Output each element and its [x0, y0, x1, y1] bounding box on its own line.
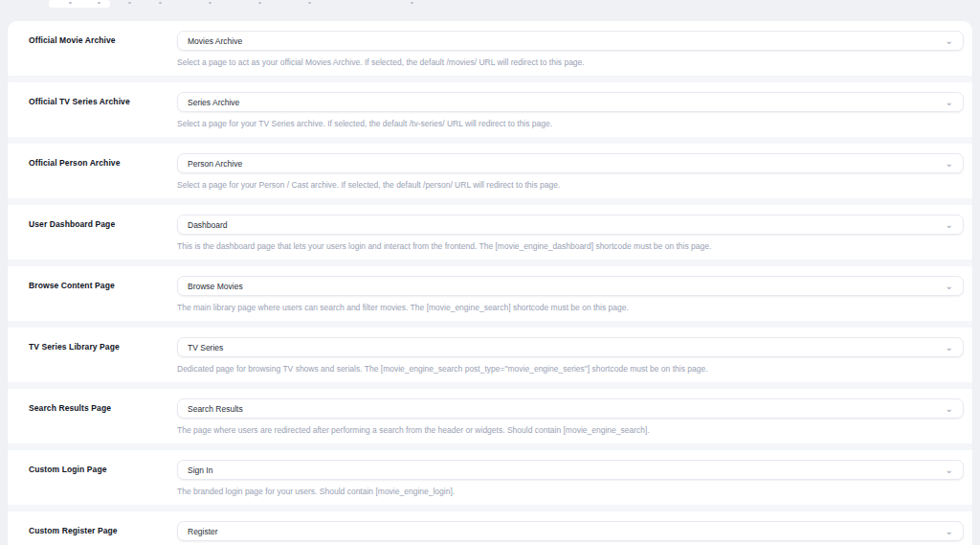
page-select[interactable]: Dashboard ⌄ [177, 215, 964, 235]
tab-label-fragment[interactable] [159, 2, 162, 4]
settings-row: User Dashboard Page Dashboard ⌄ This is … [8, 205, 972, 266]
tab-strip [0, 0, 980, 8]
tab-label-fragment[interactable] [69, 2, 72, 4]
chevron-down-icon: ⌄ [946, 525, 953, 538]
setting-description: Select a page for your TV Series archive… [177, 119, 552, 128]
select-value: Register [188, 522, 218, 541]
settings-row: Browse Content Page Browse Movies ⌄ The … [8, 266, 972, 328]
select-value: Search Results [188, 399, 243, 419]
page-select[interactable]: Register ⌄ [177, 521, 964, 541]
chevron-down-icon: ⌄ [946, 464, 953, 477]
tab-label-fragment[interactable] [209, 2, 212, 4]
page-select[interactable]: Person Archive ⌄ [177, 153, 964, 173]
chevron-down-icon: ⌄ [946, 157, 953, 170]
setting-description: Select a page for your Person / Cast arc… [177, 180, 560, 190]
chevron-down-icon: ⌄ [946, 280, 953, 293]
settings-card: Official Movie Archive Movies Archive ⌄ … [8, 21, 972, 545]
setting-description: Dedicated page for browsing TV shows and… [177, 364, 708, 374]
setting-description: The page where users are redirected afte… [177, 425, 650, 435]
settings-row-inner: TV Series Library Page TV Series ⌄ Dedic… [8, 328, 972, 382]
tab-label-fragment[interactable] [98, 2, 100, 4]
settings-row-inner: Official Person Archive Person Archive ⌄… [8, 144, 972, 198]
select-value: Browse Movies [188, 277, 243, 296]
settings-row-inner: Official TV Series Archive Series Archiv… [8, 82, 972, 137]
chevron-down-icon: ⌄ [946, 341, 953, 354]
tab-label-fragment[interactable] [258, 2, 261, 4]
setting-label: User Dashboard Page [29, 219, 115, 229]
chevron-down-icon: ⌄ [946, 218, 953, 232]
setting-label: Official TV Series Archive [29, 97, 130, 106]
settings-row: Custom Login Page Sign In ⌄ The branded … [8, 450, 972, 511]
tab-label-fragment[interactable] [308, 2, 311, 4]
settings-row: Custom Register Page Register ⌄ [8, 511, 972, 545]
select-value: Dashboard [188, 216, 228, 235]
settings-row: Official Person Archive Person Archive ⌄… [8, 144, 972, 205]
select-value: Person Archive [188, 154, 242, 173]
setting-label: Search Results Page [29, 403, 111, 413]
tab-label-fragment[interactable] [128, 2, 131, 4]
page-select[interactable]: Movies Archive ⌄ [177, 31, 964, 51]
page-select[interactable]: Browse Movies ⌄ [177, 276, 964, 296]
page-select[interactable]: TV Series ⌄ [177, 337, 964, 357]
settings-row-inner: Custom Register Page Register ⌄ [8, 511, 972, 545]
settings-row-inner: Official Movie Archive Movies Archive ⌄ … [8, 21, 972, 76]
setting-description: The branded login page for your users. S… [177, 487, 455, 496]
setting-label: Official Person Archive [29, 158, 121, 168]
settings-row: TV Series Library Page TV Series ⌄ Dedic… [8, 328, 972, 389]
setting-label: TV Series Library Page [29, 342, 120, 352]
select-value: Series Archive [188, 93, 239, 112]
settings-row-inner: Browse Content Page Browse Movies ⌄ The … [8, 266, 972, 321]
page-select[interactable]: Search Results ⌄ [177, 398, 964, 419]
active-tab[interactable] [49, 0, 110, 8]
chevron-down-icon: ⌄ [946, 96, 953, 109]
page-select[interactable]: Series Archive ⌄ [177, 92, 964, 112]
settings-row: Official TV Series Archive Series Archiv… [8, 82, 972, 144]
settings-row-inner: Search Results Page Search Results ⌄ The… [8, 389, 972, 443]
setting-description: Select a page to act as your official Mo… [177, 57, 585, 67]
setting-description: The main library page where users can se… [177, 303, 629, 312]
settings-row-inner: User Dashboard Page Dashboard ⌄ This is … [8, 205, 972, 260]
select-value: Sign In [188, 461, 212, 480]
setting-label: Custom Register Page [29, 526, 118, 535]
settings-row: Official Movie Archive Movies Archive ⌄ … [8, 21, 972, 82]
settings-row-inner: Custom Login Page Sign In ⌄ The branded … [8, 450, 972, 505]
select-value: Movies Archive [188, 32, 242, 51]
settings-row: Search Results Page Search Results ⌄ The… [8, 389, 972, 450]
tab-label-fragment[interactable] [411, 2, 413, 4]
chevron-down-icon: ⌄ [946, 402, 953, 416]
setting-label: Official Movie Archive [29, 35, 116, 45]
setting-description: This is the dashboard page that lets you… [177, 241, 711, 251]
select-value: TV Series [188, 338, 223, 357]
chevron-down-icon: ⌄ [946, 34, 953, 48]
page-select[interactable]: Sign In ⌄ [177, 460, 964, 480]
setting-label: Custom Login Page [29, 465, 107, 474]
setting-label: Browse Content Page [29, 281, 115, 290]
